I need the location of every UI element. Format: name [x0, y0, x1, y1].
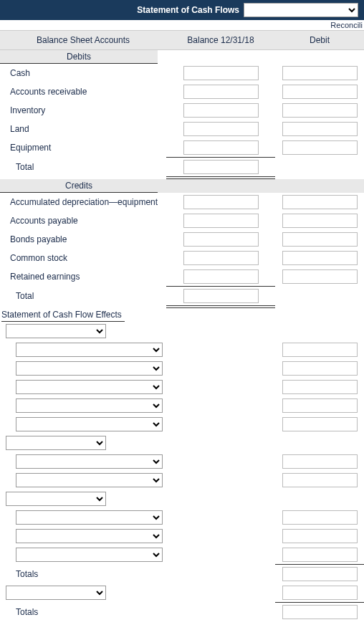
- flow-item-row: [0, 471, 364, 490]
- debit-input[interactable]: [282, 529, 358, 543]
- flow-category-row: [0, 322, 364, 340]
- debit-input[interactable]: [282, 548, 358, 562]
- balance-input[interactable]: [183, 103, 259, 118]
- debit-input[interactable]: [282, 398, 358, 413]
- account-label: Accounts receivable: [0, 85, 166, 98]
- category-select[interactable]: [6, 436, 106, 450]
- debit-input[interactable]: [282, 214, 358, 228]
- account-label: Cash: [0, 67, 166, 80]
- balance-input[interactable]: [183, 232, 259, 247]
- total-label: Total: [0, 290, 166, 302]
- totals-row: Totals: [0, 603, 364, 621]
- debit-input[interactable]: [282, 586, 358, 600]
- account-label: Retained earnings: [0, 270, 166, 283]
- flow-item-row: [0, 378, 364, 396]
- category-select[interactable]: [6, 586, 106, 600]
- debit-input[interactable]: [282, 417, 358, 431]
- account-label: Accounts payable: [0, 214, 166, 227]
- flow-item-row: [0, 415, 364, 434]
- flow-item-row: [0, 545, 364, 564]
- debit-input[interactable]: [282, 232, 358, 247]
- debit-input[interactable]: [282, 269, 358, 284]
- debit-input[interactable]: [282, 195, 358, 209]
- totals-row: Totals: [0, 565, 364, 583]
- table-row: Accounts receivable: [0, 82, 364, 101]
- table-row: Accounts payable: [0, 211, 364, 230]
- flow-item-row: [0, 396, 364, 415]
- table-row: Cash: [0, 64, 364, 82]
- debit-input[interactable]: [282, 361, 358, 376]
- table-row: Common stock: [0, 249, 364, 267]
- table-row: Accumulated depreciation—equipment: [0, 193, 364, 211]
- credits-section-bar: Credits: [0, 179, 364, 193]
- account-label: Accumulated depreciation—equipment: [0, 196, 166, 209]
- header-dropdown[interactable]: [244, 3, 358, 17]
- debit-input[interactable]: [282, 103, 358, 118]
- table-row: Retained earnings: [0, 267, 364, 286]
- flow-item-row: [0, 527, 364, 545]
- item-select[interactable]: [16, 473, 163, 487]
- col-header-accounts: Balance Sheet Accounts: [0, 31, 166, 49]
- totals-input[interactable]: [282, 567, 358, 581]
- reconciliation-label: Reconcili: [330, 21, 363, 29]
- debit-input[interactable]: [282, 473, 358, 487]
- col-header-debit: Debit: [275, 31, 364, 49]
- totals-label: Totals: [0, 606, 166, 619]
- item-select[interactable]: [16, 380, 163, 394]
- flow-item-row: [0, 452, 364, 471]
- flow-category-row: [0, 434, 364, 452]
- balance-input[interactable]: [183, 66, 259, 80]
- balance-input[interactable]: [183, 195, 259, 209]
- account-label: Land: [0, 123, 166, 135]
- item-select[interactable]: [16, 548, 163, 562]
- balance-input[interactable]: [183, 140, 259, 155]
- item-select[interactable]: [16, 454, 163, 469]
- total-row: Total: [0, 287, 364, 305]
- category-select[interactable]: [6, 324, 106, 338]
- flow-item-row: [0, 340, 364, 359]
- flow-category-row: [0, 583, 364, 602]
- debit-input[interactable]: [282, 343, 358, 357]
- balance-input[interactable]: [183, 269, 259, 284]
- debits-section-header: Debits: [0, 50, 158, 64]
- category-select[interactable]: [6, 492, 106, 506]
- header-bar: Statement of Cash Flows: [0, 0, 364, 20]
- total-label: Total: [0, 161, 166, 173]
- debit-input[interactable]: [282, 66, 358, 80]
- item-select[interactable]: [16, 510, 163, 525]
- account-label: Common stock: [0, 252, 166, 264]
- col-header-balance: Balance 12/31/18: [166, 31, 275, 49]
- debit-input[interactable]: [282, 251, 358, 265]
- debit-input[interactable]: [282, 85, 358, 99]
- debit-input[interactable]: [282, 122, 358, 136]
- header-title: Statement of Cash Flows: [137, 5, 239, 15]
- balance-input[interactable]: [183, 122, 259, 136]
- item-select[interactable]: [16, 361, 163, 376]
- credits-section-header: Credits: [0, 179, 158, 193]
- totals-label: Totals: [0, 568, 166, 581]
- balance-input[interactable]: [183, 251, 259, 265]
- item-select[interactable]: [16, 343, 163, 357]
- debit-input[interactable]: [282, 380, 358, 394]
- balance-input[interactable]: [183, 214, 259, 228]
- table-row: Land: [0, 120, 364, 138]
- totals-input[interactable]: [282, 605, 358, 619]
- debit-input[interactable]: [282, 140, 358, 155]
- item-select[interactable]: [16, 417, 163, 431]
- column-headers: Reconcili Balance Sheet Accounts Balance…: [0, 30, 364, 50]
- total-row: Total: [0, 158, 364, 176]
- flow-category-row: [0, 490, 364, 508]
- debit-input[interactable]: [282, 454, 358, 469]
- total-input[interactable]: [183, 289, 259, 303]
- total-input[interactable]: [183, 160, 259, 174]
- account-label: Equipment: [0, 141, 166, 154]
- table-row: Inventory: [0, 101, 364, 120]
- item-select[interactable]: [16, 398, 163, 413]
- table-row: Bonds payable: [0, 230, 364, 249]
- item-select[interactable]: [16, 529, 163, 543]
- balance-input[interactable]: [183, 85, 259, 99]
- flow-item-row: [0, 359, 364, 378]
- debit-input[interactable]: [282, 510, 358, 525]
- statement-effects-header: Statement of Cash Flow Effects: [1, 308, 125, 322]
- flow-item-row: [0, 508, 364, 527]
